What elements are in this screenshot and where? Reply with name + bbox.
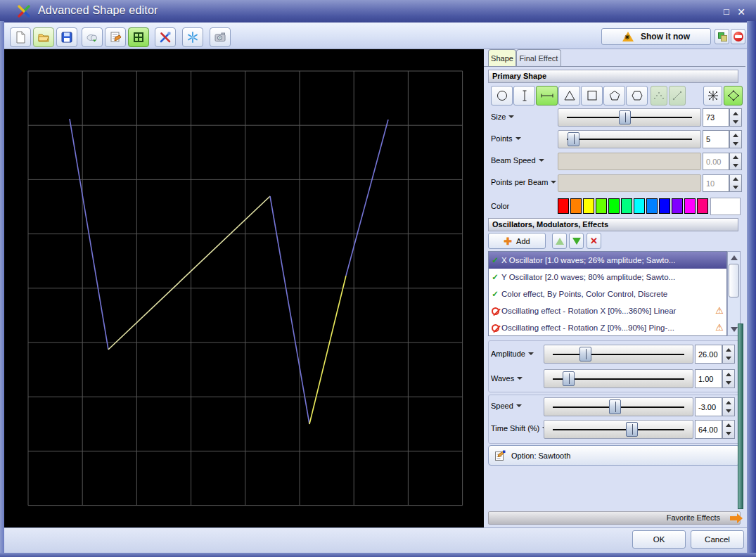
snapshot-button[interactable] xyxy=(210,27,231,47)
properties-button[interactable] xyxy=(105,27,126,47)
save-button[interactable] xyxy=(56,27,77,47)
ok-button[interactable]: OK xyxy=(632,530,686,549)
time-shift-slider[interactable] xyxy=(544,420,693,439)
amplitude-slider-thumb[interactable] xyxy=(579,347,591,361)
beam-speed-label[interactable]: Beam Speed xyxy=(491,156,544,165)
size-value[interactable]: 73 xyxy=(703,108,729,127)
points-slider-thumb[interactable] xyxy=(568,132,579,146)
time-shift-spinner[interactable] xyxy=(722,420,735,439)
speed-slider-thumb[interactable] xyxy=(609,399,621,414)
color-swatch[interactable] xyxy=(646,198,658,214)
shape-vline-button[interactable] xyxy=(513,86,535,105)
points-value[interactable]: 5 xyxy=(703,130,729,148)
size-label[interactable]: Size xyxy=(491,113,514,121)
speed-spinner[interactable] xyxy=(722,397,735,416)
grid-toggle-button[interactable] xyxy=(128,27,149,47)
effect-list-item[interactable]: ✓Y Oscillator [2.0 waves; 80% amplitude;… xyxy=(489,269,726,286)
tools-button[interactable] xyxy=(155,27,176,47)
cloud-button[interactable] xyxy=(82,27,103,47)
size-spinner[interactable] xyxy=(729,108,742,127)
dropdown-icon xyxy=(551,181,556,184)
points-per-beam-spinner[interactable] xyxy=(729,174,742,192)
grid-icon xyxy=(132,31,145,44)
beam-speed-spinner[interactable] xyxy=(729,153,742,170)
new-document-button[interactable] xyxy=(10,27,31,47)
tab-shape[interactable]: Shape xyxy=(488,49,516,67)
shape-hline-button[interactable] xyxy=(536,86,558,105)
tab-final-effect[interactable]: Final Effect xyxy=(516,49,561,67)
delete-effect-button[interactable]: ✕ xyxy=(587,233,601,249)
cancel-button[interactable]: Cancel xyxy=(691,530,744,549)
shape-diamond-button[interactable] xyxy=(724,86,743,105)
points-spinner[interactable] xyxy=(729,130,742,148)
color-swatch[interactable] xyxy=(634,198,645,214)
effect-item-label: Oscillating effect - Rotation Z [0%...90… xyxy=(501,324,674,332)
time-shift-value[interactable]: 64.00 xyxy=(695,420,722,439)
current-color-swatch[interactable] xyxy=(710,198,741,215)
shape-circle-button[interactable] xyxy=(491,86,513,105)
amplitude-slider[interactable] xyxy=(544,345,693,364)
speed-label[interactable]: Speed xyxy=(491,402,522,410)
waves-spinner[interactable] xyxy=(722,369,735,388)
effects-panel-scrollbar[interactable] xyxy=(738,324,743,509)
shape-line-points-button-disabled[interactable] xyxy=(669,86,686,105)
waves-value[interactable]: 1.00 xyxy=(695,369,722,388)
show-it-now-button[interactable]: ✳ Show it now xyxy=(601,28,711,45)
color-swatch[interactable] xyxy=(583,198,594,214)
scroll-down-icon[interactable] xyxy=(731,327,738,332)
move-effect-up-button[interactable] xyxy=(552,233,567,249)
color-swatch[interactable] xyxy=(697,198,708,214)
effect-list-item[interactable]: ✓X Oscillator [1.0 waves; 26% amplitude;… xyxy=(489,252,726,269)
windows-layout-button[interactable] xyxy=(715,29,729,44)
shape-square-button[interactable] xyxy=(581,86,603,105)
waves-slider-thumb[interactable] xyxy=(563,371,575,386)
color-swatch[interactable] xyxy=(672,198,683,214)
amplitude-value[interactable]: 26.00 xyxy=(695,345,722,364)
window-title: Advanced Shape editor xyxy=(38,4,158,17)
waves-label[interactable]: Waves xyxy=(491,374,523,383)
color-swatch[interactable] xyxy=(608,198,620,214)
size-slider[interactable] xyxy=(558,108,701,127)
maximize-button[interactable]: □ xyxy=(720,6,733,18)
time-shift-label[interactable]: Time Shift (%) xyxy=(491,424,548,433)
effect-list-item[interactable]: Oscillating effect - Rotation Z [0%...90… xyxy=(489,319,726,336)
color-swatch[interactable] xyxy=(684,198,696,214)
shape-beam-star-button[interactable] xyxy=(703,86,722,105)
points-per-beam-label[interactable]: Points per Beam xyxy=(491,178,556,186)
color-swatch[interactable] xyxy=(596,198,607,214)
effect-list-item[interactable]: Oscillating effect - Rotation X [0%...36… xyxy=(489,302,726,319)
effect-list-item[interactable]: ✓Color effect, By Points, Color Control,… xyxy=(489,286,726,302)
move-effect-down-button[interactable] xyxy=(569,233,584,249)
effect-item-label: Oscillating effect - Rotation X [0%...36… xyxy=(501,307,676,315)
waves-slider[interactable] xyxy=(544,369,693,388)
favorite-effects-bar[interactable]: Favorite Effects xyxy=(488,511,741,525)
amplitude-spinner[interactable] xyxy=(722,345,735,364)
points-label[interactable]: Points xyxy=(491,134,521,143)
points-slider[interactable] xyxy=(558,130,701,148)
window-border-left xyxy=(0,21,4,557)
pentagon-icon xyxy=(607,89,622,102)
open-button[interactable] xyxy=(33,27,54,47)
shape-point-wave-button-disabled[interactable] xyxy=(651,86,667,105)
amplitude-label[interactable]: Amplitude xyxy=(491,350,534,358)
color-swatch[interactable] xyxy=(558,198,569,214)
option-sawtooth-button[interactable]: Option: Sawtooth xyxy=(488,445,740,466)
main-toolbar: ✳ Show it now xyxy=(4,23,747,49)
shape-pentagon-button[interactable] xyxy=(603,86,625,105)
color-swatch[interactable] xyxy=(659,198,670,214)
shape-triangle-button[interactable] xyxy=(558,86,580,105)
blackout-button[interactable] xyxy=(731,29,745,44)
shape-hexagon-button[interactable] xyxy=(626,86,648,105)
color-swatch[interactable] xyxy=(621,198,632,214)
color-swatch[interactable] xyxy=(570,198,582,214)
speed-slider[interactable] xyxy=(544,397,693,416)
speed-value[interactable]: -3.00 xyxy=(695,397,722,416)
add-effect-button[interactable]: ✚Add xyxy=(488,233,546,249)
time-shift-slider-thumb[interactable] xyxy=(626,422,638,437)
freeze-button[interactable] xyxy=(182,27,203,47)
close-button[interactable]: ✕ xyxy=(735,6,748,18)
dropdown-icon xyxy=(517,377,523,380)
scroll-thumb[interactable] xyxy=(729,264,739,297)
size-slider-thumb[interactable] xyxy=(619,110,631,124)
scroll-up-icon[interactable] xyxy=(731,255,738,260)
